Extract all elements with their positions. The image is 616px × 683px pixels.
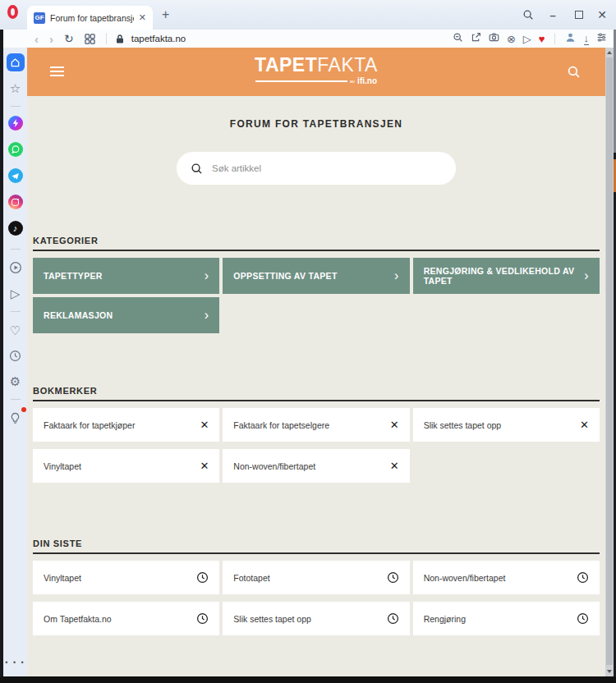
remove-bookmark-icon[interactable]: ✕ — [200, 460, 209, 472]
search-icon — [191, 163, 203, 175]
search-input[interactable] — [212, 163, 442, 173]
site-logo[interactable]: TAPETFAKTA av ifi.no — [251, 48, 382, 85]
divider — [11, 399, 21, 400]
speed-dial-home-icon[interactable] — [7, 53, 25, 71]
share-icon[interactable] — [471, 31, 481, 46]
clock-icon — [196, 571, 209, 584]
recent-label: Slik settes tapet opp — [233, 614, 311, 624]
divider — [11, 311, 21, 312]
history-clock-icon[interactable] — [7, 346, 25, 364]
recent-card[interactable]: Fototapet — [223, 561, 409, 594]
page-body: FORUM FOR TAPETBRANSJEN KATEGORIER TAPET… — [27, 118, 605, 635]
bookmark-card[interactable]: Faktaark for tapetselgere ✕ — [223, 408, 409, 442]
tab-favicon: GF — [34, 12, 45, 24]
bookmark-card[interactable]: Faktaark for tapetkjøper ✕ — [33, 408, 219, 442]
remove-bookmark-icon[interactable]: ✕ — [390, 460, 399, 472]
clock-icon — [387, 612, 399, 625]
url-text[interactable]: tapetfakta.no — [131, 34, 186, 44]
telegram-icon[interactable] — [8, 168, 23, 183]
bookmark-card[interactable]: Vinyltapet ✕ — [33, 449, 219, 483]
browser-tab[interactable]: GF Forum for tapetbransjen – ✕ — [27, 6, 153, 30]
instagram-dot — [17, 199, 19, 200]
recent-label: Om Tapetfakta.no — [44, 614, 112, 624]
section-rule — [33, 250, 600, 251]
zoom-page-icon[interactable] — [453, 31, 463, 46]
byline-brand: ifi.no — [357, 76, 377, 85]
bookmarks-heart-icon[interactable]: ♡ — [7, 321, 25, 339]
start-page-grid-icon[interactable] — [85, 34, 95, 44]
logo-underline — [255, 80, 347, 82]
my-flow-send-icon[interactable]: ▷ — [523, 34, 531, 44]
downloads-icon[interactable]: ↓ — [584, 33, 590, 45]
easy-setup-sliders-icon[interactable] — [596, 31, 607, 46]
recent-card[interactable]: Vinyltapet — [33, 561, 219, 594]
recent-card[interactable]: Non-woven/fibertapet — [413, 561, 600, 594]
chevron-right-icon: › — [205, 269, 209, 282]
bookmark-label: Slik settes tapet opp — [424, 420, 502, 430]
window-edge-bottom — [0, 676, 616, 683]
tiktok-icon[interactable]: ♪ — [8, 221, 23, 236]
tab-close-icon[interactable]: ✕ — [139, 12, 146, 23]
scrollbar-thumb[interactable] — [606, 57, 613, 665]
section-recent: DIN SISTE Vinyltapet Fototapet — [33, 539, 600, 635]
category-button[interactable]: OPPSETTING AV TAPET › — [223, 258, 409, 294]
forward-icon[interactable]: › — [49, 33, 53, 45]
settings-gear-icon[interactable]: ⚙ — [7, 372, 25, 390]
chevron-right-icon: › — [205, 309, 209, 322]
my-flow-icon[interactable]: ▷ — [7, 284, 25, 302]
bookmarks-star-icon[interactable]: ☆ — [7, 79, 25, 97]
instagram-icon[interactable] — [8, 195, 23, 209]
header-search-icon[interactable] — [567, 65, 581, 82]
bookmark-label: Faktaark for tapetselgere — [233, 420, 329, 430]
recent-card[interactable]: Slik settes tapet opp — [223, 602, 409, 635]
bookmark-card[interactable]: Slik settes tapet opp ✕ — [413, 408, 600, 442]
player-icon[interactable] — [7, 259, 25, 277]
sidebar-setup-ellipsis-icon[interactable]: • • • — [3, 658, 27, 667]
new-tab-button[interactable]: + — [162, 7, 169, 22]
bookmark-heart-icon[interactable]: ♥ — [539, 33, 545, 45]
whatsapp-icon[interactable] — [8, 142, 23, 157]
recent-grid: Vinyltapet Fototapet Non-woven/fibertape… — [33, 561, 600, 635]
remove-bookmark-icon[interactable]: ✕ — [200, 419, 209, 431]
messenger-icon[interactable] — [8, 116, 23, 131]
recent-card[interactable]: Rengjøring — [413, 602, 600, 635]
close-window-button[interactable]: ✕ — [595, 8, 609, 21]
minimize-button[interactable]: – — [545, 8, 560, 21]
maximize-button[interactable] — [572, 8, 586, 21]
blocked-content-icon[interactable]: ⊗ — [507, 34, 516, 44]
article-search-box[interactable] — [177, 152, 456, 185]
bookmark-label: Non-woven/fibertapet — [233, 461, 315, 471]
bookmark-card[interactable]: Non-woven/fibertapet ✕ — [223, 449, 409, 483]
scroll-down-arrow-icon[interactable] — [607, 670, 612, 673]
bookmark-label: Faktaark for tapetkjøper — [44, 420, 135, 430]
menu-hamburger-icon[interactable] — [50, 66, 64, 76]
address-bar: ‹ › ↻ tapetfakta.no — [0, 30, 616, 48]
tab-bar: GF Forum for tapetbransjen – ✕ + – ✕ — [0, 0, 616, 30]
bookmark-grid: Faktaark for tapetkjøper ✕ Faktaark for … — [33, 408, 600, 483]
tab-title: Forum for tapetbransjen – — [50, 13, 134, 23]
category-button[interactable]: TAPETTYPER › — [33, 258, 219, 294]
web-content: TAPETFAKTA av ifi.no FORUM FOR TAPETBRAN… — [27, 48, 605, 676]
whats-new-bulb-icon[interactable] — [7, 409, 25, 427]
clock-icon — [577, 571, 589, 584]
page-scrollbar[interactable] — [605, 48, 614, 676]
divider — [11, 106, 21, 107]
profile-avatar-icon[interactable] — [564, 31, 577, 47]
opera-logo-icon[interactable] — [7, 5, 18, 19]
search-tabs-icon[interactable] — [521, 8, 536, 21]
divider — [554, 33, 555, 44]
chevron-right-icon: › — [584, 269, 589, 282]
back-icon[interactable]: ‹ — [34, 33, 39, 45]
snapshot-camera-icon[interactable] — [489, 31, 499, 46]
section-title: BOKMERKER — [33, 386, 600, 396]
remove-bookmark-icon[interactable]: ✕ — [390, 419, 399, 431]
scroll-up-arrow-icon[interactable] — [607, 51, 612, 54]
category-button[interactable]: REKLAMASJON › — [33, 297, 219, 333]
reload-icon[interactable]: ↻ — [64, 32, 74, 45]
remove-bookmark-icon[interactable]: ✕ — [580, 419, 589, 431]
section-rule — [33, 552, 600, 554]
recent-card[interactable]: Om Tapetfakta.no — [33, 602, 219, 635]
section-categories: KATEGORIER TAPETTYPER › OPPSETTING AV TA… — [33, 236, 600, 333]
category-button[interactable]: RENGJØRING & VEDLIKEHOLD AV TAPET › — [413, 258, 600, 294]
lock-icon[interactable] — [115, 34, 125, 44]
